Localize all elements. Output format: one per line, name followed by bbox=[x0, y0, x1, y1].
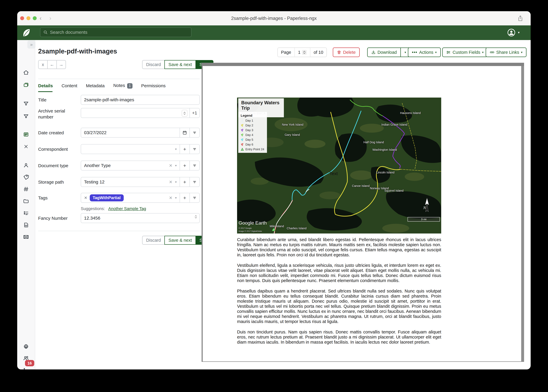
discard-button[interactable]: Discard bbox=[142, 60, 165, 69]
add-tag-button[interactable]: + bbox=[180, 193, 190, 203]
screen: ‹ › 2sample-pdf-with-images - Paperless-… bbox=[0, 0, 548, 392]
tab-notes[interactable]: Notes1 bbox=[113, 83, 132, 89]
island-label: Mile Island bbox=[270, 224, 284, 228]
sidebar-item-workflows[interactable] bbox=[17, 222, 35, 228]
island-label: Indian Grave Island bbox=[381, 123, 407, 126]
page-navigation-group: Page 1 of 10 bbox=[277, 48, 327, 57]
clear-icon[interactable]: ✕ bbox=[169, 180, 172, 184]
share-links-button[interactable]: Share Links▾ bbox=[486, 48, 526, 57]
map-title: Boundary Waters Trip bbox=[241, 100, 281, 111]
preview-scrollbar[interactable] bbox=[521, 66, 524, 361]
track-marker-icon bbox=[241, 124, 244, 127]
fancy-number-label: Fancy Number bbox=[38, 215, 78, 221]
tag-suggestions-button[interactable] bbox=[189, 193, 200, 203]
legend-item: Day 1 bbox=[241, 119, 265, 122]
sidebar-item-document-types[interactable] bbox=[17, 186, 35, 192]
pdf-paragraph: Vestibulum eleifend, ligula a scelerisqu… bbox=[237, 263, 441, 283]
correspondent-suggestions-button[interactable] bbox=[189, 144, 200, 154]
sidebar-item-open-document[interactable] bbox=[17, 132, 35, 137]
save-next-button-bottom[interactable]: Save & next bbox=[164, 236, 196, 245]
tab-details[interactable]: Details bbox=[38, 83, 53, 88]
track-marker-icon bbox=[241, 143, 244, 146]
asn-plus-one-button[interactable]: +1 bbox=[189, 108, 200, 118]
search-placeholder: Search documents bbox=[50, 30, 87, 35]
sidebar-item-documents[interactable] bbox=[17, 82, 35, 88]
pdf-paragraph: Duis non tincidunt purus. Nam quis sapie… bbox=[237, 329, 441, 345]
island-label: Gary Island bbox=[285, 133, 300, 137]
date-suggestions-button[interactable] bbox=[189, 128, 200, 138]
storage-path-select[interactable]: Testing 12 ✕▾ bbox=[81, 177, 180, 187]
island-label: Lincoln Island bbox=[376, 171, 394, 174]
sidebar-item-mail[interactable] bbox=[17, 234, 35, 240]
sidebar-expand-button[interactable]: » bbox=[27, 41, 36, 49]
tab-permissions[interactable]: Permissions bbox=[141, 83, 166, 88]
island-label: Hausons Island bbox=[400, 111, 421, 115]
track-marker-icon bbox=[241, 133, 244, 137]
search-bar[interactable]: Search documents bbox=[40, 28, 191, 37]
storage-path-label: Storage path bbox=[38, 179, 78, 185]
dots-icon: ••• bbox=[412, 50, 417, 55]
date-created-input[interactable] bbox=[81, 128, 180, 138]
title-input[interactable] bbox=[81, 95, 200, 105]
copyright-line: Image © 2017 DigitalGlobe bbox=[238, 230, 262, 232]
suggested-tag-link[interactable]: Another Sample Tag bbox=[108, 206, 146, 211]
page-spinner[interactable] bbox=[302, 50, 307, 55]
document-type-select[interactable]: Another Type ✕▾ bbox=[81, 161, 180, 170]
sidebar-item-tasks[interactable] bbox=[17, 367, 35, 370]
close-all-documents-icon[interactable] bbox=[17, 144, 35, 149]
sidebar-item-correspondents[interactable] bbox=[17, 162, 35, 168]
copyright-line: © 2017 Google bbox=[238, 227, 252, 229]
add-storage-path-button[interactable]: + bbox=[180, 177, 190, 187]
sidebar-item-saved-view-1[interactable] bbox=[17, 101, 35, 106]
remove-tag-icon[interactable]: ✕ bbox=[84, 196, 87, 200]
suggestions-label: Suggestions: bbox=[81, 206, 105, 211]
tab-content[interactable]: Content bbox=[61, 83, 77, 88]
window-title: 2sample-pdf-with-images - Paperless-ngx bbox=[17, 11, 531, 25]
app-window: ‹ › 2sample-pdf-with-images - Paperless-… bbox=[17, 11, 531, 370]
close-document-button[interactable]: x bbox=[38, 60, 48, 69]
asn-input[interactable] bbox=[81, 108, 190, 118]
sidebar-item-tags[interactable] bbox=[17, 174, 35, 180]
entry-point-icon bbox=[241, 148, 244, 151]
tags-input[interactable]: ✕ TagWithPartial ✕▾ bbox=[81, 193, 180, 203]
save-next-button[interactable]: Save & next bbox=[164, 60, 196, 69]
next-document-button[interactable]: → bbox=[56, 60, 66, 69]
discard-button-bottom[interactable]: Discard bbox=[142, 236, 165, 245]
previous-document-button[interactable]: ← bbox=[47, 60, 57, 69]
correspondent-select[interactable]: ▾ bbox=[81, 144, 180, 154]
delete-button[interactable]: Delete bbox=[333, 48, 360, 57]
tag-chip[interactable]: TagWithPartial bbox=[90, 194, 124, 201]
user-menu-caret-icon: ▾ bbox=[518, 31, 519, 35]
document-type-suggestions-button[interactable] bbox=[189, 161, 200, 170]
storage-path-suggestions-button[interactable] bbox=[189, 177, 200, 187]
sidebar: 16 bbox=[17, 40, 35, 370]
sidebar-item-settings[interactable] bbox=[17, 343, 35, 350]
sidebar-item-saved-view-2[interactable] bbox=[17, 113, 35, 119]
calendar-icon bbox=[182, 130, 187, 135]
asn-spinner[interactable] bbox=[182, 110, 187, 117]
clear-icon[interactable]: ✕ bbox=[169, 163, 172, 168]
share-icon[interactable] bbox=[518, 15, 523, 22]
track-marker-icon bbox=[241, 129, 244, 132]
sidebar-item-custom-fields[interactable] bbox=[17, 210, 35, 216]
add-document-type-button[interactable]: + bbox=[180, 161, 190, 170]
calendar-button[interactable] bbox=[180, 128, 190, 138]
fancy-number-spinner[interactable] bbox=[195, 215, 197, 218]
tag-suggestions-row: Suggestions: Another Sample Tag bbox=[81, 206, 146, 211]
legend-item: Day 2 bbox=[241, 124, 265, 127]
add-correspondent-button[interactable]: + bbox=[180, 144, 190, 154]
actions-button[interactable]: ••• Actions▾ bbox=[408, 48, 441, 57]
track-marker-icon bbox=[241, 119, 244, 122]
custom-fields-button[interactable]: Custom Fields▾ bbox=[442, 48, 488, 57]
download-button[interactable]: Download bbox=[367, 48, 401, 57]
user-menu[interactable]: ▾ bbox=[507, 28, 519, 37]
sidebar-item-storage-paths[interactable] bbox=[17, 198, 35, 204]
fancy-number-input[interactable]: 12.3456 bbox=[81, 213, 200, 223]
tab-metadata[interactable]: Metadata bbox=[86, 83, 105, 88]
paperless-logo-icon[interactable] bbox=[21, 28, 31, 38]
island-label: New York Island bbox=[282, 123, 303, 126]
sidebar-item-dashboard[interactable] bbox=[17, 70, 35, 76]
clear-icon[interactable]: ✕ bbox=[169, 196, 172, 200]
legend-item-entry-point: Entry Point 24 bbox=[241, 147, 265, 151]
page-number-input[interactable]: 1 bbox=[295, 48, 310, 57]
